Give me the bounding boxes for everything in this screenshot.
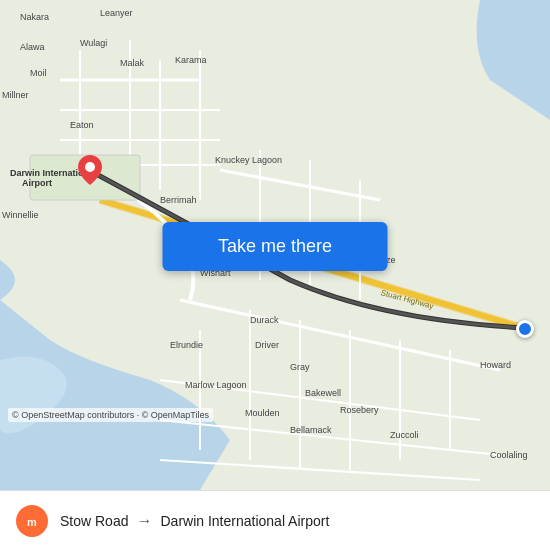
route-info: Stow Road → Darwin International Airport (60, 512, 534, 530)
svg-point-24 (85, 162, 95, 172)
svg-text:m: m (27, 516, 37, 528)
origin-pin (78, 155, 102, 189)
destination-marker (516, 320, 534, 338)
route-arrow: → (136, 512, 152, 530)
origin-label: Stow Road (60, 513, 128, 529)
info-bar: m Stow Road → Darwin International Airpo… (0, 490, 550, 550)
map-attribution: © OpenStreetMap contributors · © OpenMap… (8, 408, 213, 422)
destination-label: Darwin International Airport (160, 513, 329, 529)
map-container: Nakara Leanyer Alawa Wulagi Moil Malak K… (0, 0, 550, 490)
take-me-there-button[interactable]: Take me there (163, 222, 388, 271)
moovit-logo: m (16, 505, 48, 537)
